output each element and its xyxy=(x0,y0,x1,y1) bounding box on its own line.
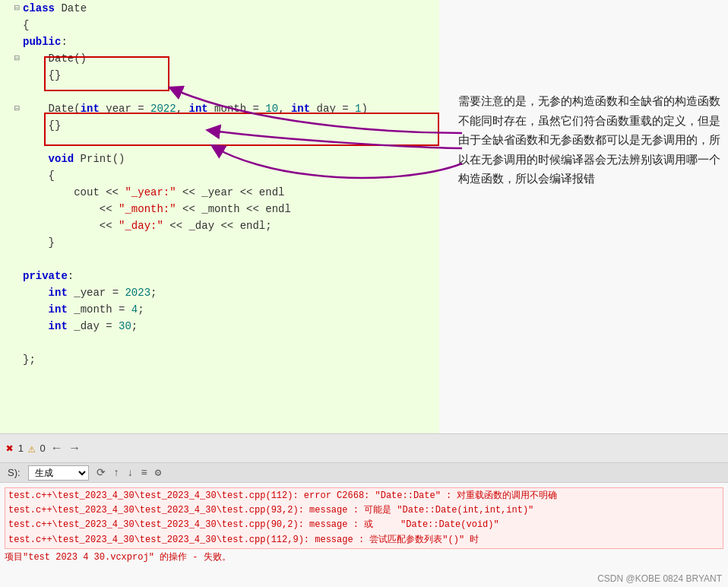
code-text-8: {} xyxy=(23,117,441,134)
code-line-1: ⊟ class Date xyxy=(0,0,441,17)
output-header: S): 生成 ⟳ ↑ ↓ ≡ ⚙ xyxy=(0,463,728,483)
code-text-14: << "_day:" << _day << endl; xyxy=(23,217,441,234)
nav-forward-button[interactable]: → xyxy=(68,440,81,457)
code-text-7: Date(int year = 2022, int month = 10, in… xyxy=(23,100,441,117)
code-text-22: }; xyxy=(23,351,441,368)
code-line-19: int _month = 4; xyxy=(0,301,441,318)
code-line-6 xyxy=(0,84,441,100)
code-line-5: {} xyxy=(0,67,441,84)
code-line-20: int _day = 30; xyxy=(0,318,441,335)
code-text-4: Date() xyxy=(23,50,441,67)
code-text-15: } xyxy=(23,234,441,251)
output-label: S): xyxy=(8,467,21,478)
code-line-8: {} xyxy=(0,117,441,134)
output-icon-5[interactable]: ⚙ xyxy=(155,466,161,479)
code-line-17: private: xyxy=(0,268,441,284)
code-text-11: { xyxy=(23,167,441,184)
code-line-13: << "_month:" << _month << endl xyxy=(0,201,441,217)
code-text-10: void Print() xyxy=(23,151,441,167)
output-error-line-2: test.c++\test_2023_4_30\test_2023_4_30\t… xyxy=(8,503,720,518)
code-text-20: int _day = 30; xyxy=(23,318,441,335)
warn-count: 0 xyxy=(40,443,46,454)
code-text-6 xyxy=(23,84,441,100)
error-count: 1 xyxy=(18,443,24,454)
code-line-18: int _year = 2023; xyxy=(0,284,441,301)
warn-icon: ⚠ xyxy=(28,441,36,456)
code-line-3: public: xyxy=(0,33,441,50)
output-icon-2[interactable]: ↑ xyxy=(113,467,119,479)
output-content: test.c++\test_2023_4_30\test_2023_4_30\t… xyxy=(0,483,728,568)
code-text-12: cout << "_year:" << _year << endl xyxy=(23,184,441,201)
collapse-gutter-1[interactable]: ⊟ xyxy=(2,0,23,17)
collapse-gutter-7[interactable]: ⊟ xyxy=(2,100,23,117)
code-line-15: } xyxy=(0,234,441,251)
output-error-line-5: 项目"test 2023 4 30.vcxproj" 的操作 - 失败。 xyxy=(5,551,723,565)
code-text-18: int _year = 2023; xyxy=(23,284,441,301)
code-text-13: << "_month:" << _month << endl xyxy=(23,201,441,217)
watermark: CSDN @KOBE 0824 BRYANT xyxy=(597,573,722,584)
output-error-line-3: test.c++\test_2023_4_30\test_2023_4_30\t… xyxy=(8,518,720,532)
code-line-2: { xyxy=(0,17,441,33)
output-type-select[interactable]: 生成 xyxy=(28,465,89,481)
output-line-highlighted: test.c++\test_2023_4_30\test_2023_4_30\t… xyxy=(5,487,723,549)
code-line-21 xyxy=(0,335,441,351)
nav-back-button[interactable]: ← xyxy=(50,440,64,457)
code-line-22: }; xyxy=(0,351,441,368)
code-text-1: class Date xyxy=(23,0,441,17)
output-icon-1[interactable]: ⟳ xyxy=(97,466,106,479)
status-toolbar: ✖ 1 ⚠ 0 ← → xyxy=(0,433,728,462)
annotation-text: 需要注意的是，无参的构造函数和全缺省的构造函数不能同时存在，虽然它们符合函数重载… xyxy=(458,91,720,189)
error-icon: ✖ xyxy=(6,441,14,456)
code-line-7: ⊟ Date(int year = 2022, int month = 10, … xyxy=(0,100,441,117)
code-text-2: { xyxy=(23,17,441,33)
code-editor: ⊟ class Date { public: ⊟ Date() {} ⊟ Dat… xyxy=(0,0,441,433)
output-error-line-4: test.c++\test_2023_4_30\test_2023_4_30\t… xyxy=(8,533,720,547)
code-line-12: cout << "_year:" << _year << endl xyxy=(0,184,441,201)
output-icon-4[interactable]: ≡ xyxy=(141,467,147,479)
annotation-panel: 需要注意的是，无参的构造函数和全缺省的构造函数不能同时存在，虽然它们符合函数重载… xyxy=(439,0,728,433)
code-line-10: void Print() xyxy=(0,151,441,167)
code-line-14: << "_day:" << _day << endl; xyxy=(0,217,441,234)
code-line-4: ⊟ Date() xyxy=(0,50,441,67)
code-line-16 xyxy=(0,251,441,268)
output-panel: S): 生成 ⟳ ↑ ↓ ≡ ⚙ test.c++\test_2023_4_30… xyxy=(0,462,728,587)
code-text-5: {} xyxy=(23,67,441,84)
output-icon-3[interactable]: ↓ xyxy=(127,467,133,479)
code-text-19: int _month = 4; xyxy=(23,301,441,318)
code-text-17: private: xyxy=(23,268,441,284)
code-line-11: { xyxy=(0,167,441,184)
output-error-line-1: test.c++\test_2023_4_30\test_2023_4_30\t… xyxy=(8,489,720,503)
code-text-3: public: xyxy=(23,33,441,50)
collapse-gutter-4[interactable]: ⊟ xyxy=(2,50,23,67)
code-line-9 xyxy=(0,134,441,151)
